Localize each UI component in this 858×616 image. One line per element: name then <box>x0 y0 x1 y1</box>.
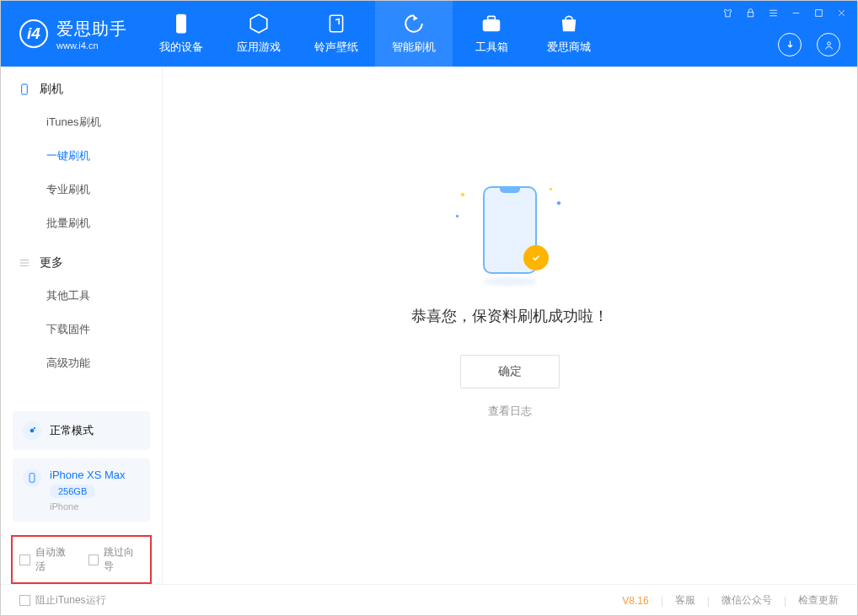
download-button[interactable] <box>778 33 802 56</box>
svg-point-9 <box>34 427 35 429</box>
app-header: i4 爱思助手 www.i4.cn 我的设备 应用游戏 铃声壁纸 智能刷机 工具… <box>1 1 857 67</box>
sidebar-item-download-firmware[interactable]: 下载固件 <box>1 313 162 346</box>
confirm-button[interactable]: 确定 <box>460 355 560 388</box>
main-content: 恭喜您，保资料刷机成功啦！ 确定 查看日志 <box>163 67 857 584</box>
sidebar-item-oneclick-flash[interactable]: 一键刷机 <box>1 139 162 173</box>
svg-rect-3 <box>488 16 496 19</box>
maximize-icon[interactable] <box>813 8 824 19</box>
logo-block: i4 爱思助手 www.i4.cn <box>1 1 142 67</box>
separator: | <box>707 595 710 607</box>
separator: | <box>661 595 663 607</box>
sidebar-item-itunes-flash[interactable]: iTunes刷机 <box>1 105 162 139</box>
body: 刷机 iTunes刷机 一键刷机 专业刷机 批量刷机 更多 其他工具 下载固件 … <box>1 67 857 584</box>
separator: | <box>784 595 786 607</box>
close-icon[interactable] <box>836 8 847 19</box>
checkbox-label: 自动激活 <box>35 545 75 574</box>
cube-icon <box>248 13 270 35</box>
mode-icon <box>23 421 41 440</box>
footer-link-support[interactable]: 客服 <box>675 593 695 608</box>
sidebar: 刷机 iTunes刷机 一键刷机 专业刷机 批量刷机 更多 其他工具 下载固件 … <box>1 67 163 584</box>
svg-rect-1 <box>330 15 342 32</box>
svg-rect-4 <box>748 12 753 16</box>
svg-point-6 <box>827 41 830 45</box>
sidebar-item-other-tools[interactable]: 其他工具 <box>1 279 162 313</box>
window-controls <box>722 8 847 19</box>
footer-link-update[interactable]: 检查更新 <box>798 593 839 608</box>
group-label: 更多 <box>40 255 63 271</box>
view-log-link[interactable]: 查看日志 <box>488 404 532 419</box>
sidebar-group-flash: 刷机 iTunes刷机 一键刷机 专业刷机 批量刷机 <box>1 67 162 240</box>
checkbox-auto-activate[interactable]: 自动激活 <box>19 545 75 574</box>
version-label: V8.16 <box>622 595 648 607</box>
device-name: iPhone XS Max <box>50 469 126 481</box>
checkbox-icon <box>19 595 30 606</box>
checkbox-block-itunes[interactable]: 阻止iTunes运行 <box>19 593 106 608</box>
logo-text: 爱思助手 www.i4.cn <box>56 18 127 51</box>
phone-icon <box>170 13 192 35</box>
mode-card[interactable]: 正常模式 <box>13 411 150 450</box>
nav-smart-flash[interactable]: 智能刷机 <box>375 1 453 67</box>
sidebar-item-advanced[interactable]: 高级功能 <box>1 346 162 380</box>
sidebar-item-pro-flash[interactable]: 专业刷机 <box>1 173 162 206</box>
checkbox-icon <box>19 554 30 565</box>
logo-icon: i4 <box>19 19 48 48</box>
device-icon <box>23 469 41 487</box>
footer: 阻止iTunes运行 V8.16 | 客服 | 微信公众号 | 检查更新 <box>1 584 857 616</box>
checkbox-skip-guide[interactable]: 跳过向导 <box>88 545 144 574</box>
nav-label: 铃声壁纸 <box>314 40 358 55</box>
svg-rect-7 <box>22 84 28 94</box>
options-row: 自动激活 跳过向导 <box>11 535 152 584</box>
checkbox-label: 跳过向导 <box>104 545 143 574</box>
nav-apps-games[interactable]: 应用游戏 <box>220 1 298 67</box>
nav-label: 我的设备 <box>159 40 203 55</box>
nav-label: 应用游戏 <box>237 40 281 55</box>
nav-label: 爱思商城 <box>547 40 591 55</box>
nav-label: 工具箱 <box>475 40 508 55</box>
svg-rect-10 <box>29 474 35 483</box>
footer-right: V8.16 | 客服 | 微信公众号 | 检查更新 <box>622 593 839 608</box>
menu-icon[interactable] <box>768 8 779 19</box>
nav-store[interactable]: 爱思商城 <box>530 1 608 67</box>
svg-rect-0 <box>177 14 186 33</box>
device-info: iPhone XS Max 256GB iPhone <box>50 469 126 512</box>
group-label: 刷机 <box>40 82 63 97</box>
checkbox-label: 阻止iTunes运行 <box>35 593 106 608</box>
lock-icon[interactable] <box>745 8 756 19</box>
checkmark-badge-icon <box>523 245 549 271</box>
main-nav: 我的设备 应用游戏 铃声壁纸 智能刷机 工具箱 爱思商城 <box>142 1 608 67</box>
footer-link-wechat[interactable]: 微信公众号 <box>721 593 772 608</box>
nav-ringtones-wallpapers[interactable]: 铃声壁纸 <box>298 1 375 67</box>
sidebar-group-title: 刷机 <box>1 82 162 105</box>
device-card[interactable]: iPhone XS Max 256GB iPhone <box>13 458 150 522</box>
device-type: iPhone <box>50 501 126 512</box>
footer-left: 阻止iTunes运行 <box>19 593 106 608</box>
sidebar-group-more: 更多 其他工具 下载固件 高级功能 <box>1 240 162 380</box>
device-capacity: 256GB <box>50 485 95 498</box>
svg-rect-2 <box>483 20 500 31</box>
user-profile-button[interactable] <box>817 33 840 56</box>
svg-point-8 <box>30 429 35 433</box>
nav-toolbox[interactable]: 工具箱 <box>453 1 530 67</box>
success-message: 恭喜您，保资料刷机成功啦！ <box>411 306 609 326</box>
shopping-bag-icon <box>558 13 580 35</box>
checkbox-icon <box>88 554 99 565</box>
header-right-actions <box>778 33 840 56</box>
svg-rect-5 <box>816 10 823 17</box>
app-name: 爱思助手 <box>56 18 127 40</box>
shirt-icon[interactable] <box>722 8 733 19</box>
mode-label: 正常模式 <box>50 423 94 438</box>
music-note-icon <box>325 13 347 35</box>
minimize-icon[interactable] <box>791 8 802 19</box>
sidebar-item-batch-flash[interactable]: 批量刷机 <box>1 206 162 240</box>
nav-my-device[interactable]: 我的设备 <box>142 1 220 67</box>
toolbox-icon <box>480 13 502 35</box>
device-icon <box>18 83 31 96</box>
sidebar-scroll: 刷机 iTunes刷机 一键刷机 专业刷机 批量刷机 更多 其他工具 下载固件 … <box>1 67 162 411</box>
refresh-shield-icon <box>403 13 425 35</box>
sidebar-group-title: 更多 <box>1 255 162 279</box>
app-url: www.i4.cn <box>56 40 127 51</box>
nav-label: 智能刷机 <box>392 40 436 55</box>
success-illustration <box>459 181 560 282</box>
list-icon <box>18 256 31 270</box>
